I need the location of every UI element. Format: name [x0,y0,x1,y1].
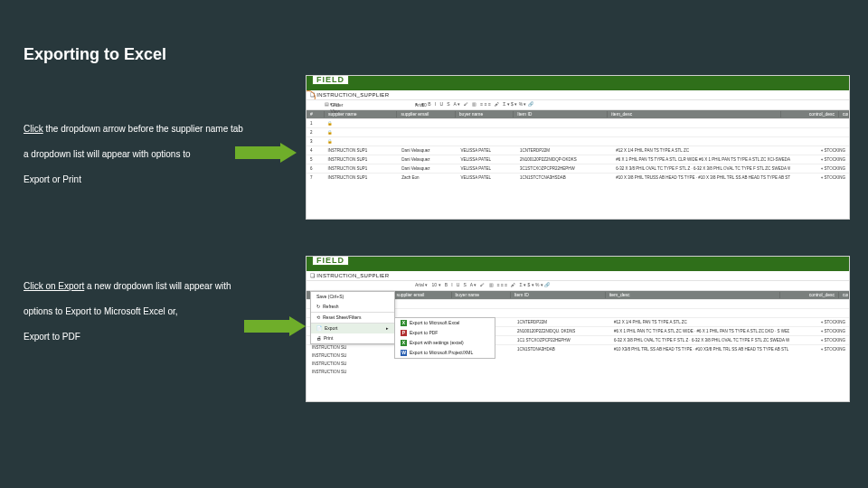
col-item-id: Item ID [514,111,608,117]
table-row: 4INSTRUCTION SUP1Dani VelasquezVELISSA P… [307,145,849,155]
col-buyer: buyer name [452,292,511,298]
shot1-banner: FIELD [307,76,849,90]
table-row: 5INSTRUCTION SUP1Dani VelasquezVELISSA P… [307,155,849,164]
table-row: 3🔒 [307,136,849,145]
col-control-number: control_numer [839,292,849,298]
table-row: 6INSTRUCTION SUP1Dani VelasquezVELISSA P… [307,164,849,173]
step2-click: Click on Export [24,281,84,291]
step1-click: Click [24,124,43,134]
step2-line2: options to Export to Microsoft Excel or, [24,305,178,318]
logo: FIELD [312,256,349,266]
grid-dropdown-menu[interactable]: Save (Ctrl+S) ↻ Refresh ⟲ Reset Sheet/Fi… [310,291,395,344]
col-buyer: buyer name [456,111,514,117]
screenshot-2: FIELD ❏ INSTRUCTION_SUPPLIER Arial ▾ 10 … [306,256,850,402]
menu-export[interactable]: 📄 Export ▸ [311,323,394,333]
menu-print[interactable]: 🖨 Print [311,333,394,343]
shot2-ribbon-tab[interactable]: ❏ INSTRUCTION_SUPPLIER [310,273,389,279]
step2-line3: Export to PDF [24,331,80,343]
step1-line1-rest: the dropdown arrow before the supplier n… [43,124,243,134]
page-title: Exporting to Excel [24,45,166,64]
col-item-desc: item_desc [606,292,780,298]
table-row: 2🔒 [307,127,849,136]
shot1-column-headers[interactable]: # supplier name supplier email buyer nam… [307,110,849,118]
col-control-number: control_number [839,111,849,117]
col-supplier-email: supplier email [393,292,452,298]
submenu-export-word[interactable]: WExport to Microsoft Project/XML [395,348,495,358]
col-item-desc: item_desc [608,111,780,117]
submenu-export-excel[interactable]: XExport to Microsoft Excel [395,318,495,328]
col-item-id: Item ID [511,292,606,298]
arrow-step1 [235,143,297,163]
table-row: PCL1CN1STDNA3HDAB#10 X3/8 PHIL TRL SS AB… [307,344,849,353]
table-row: 1🔒 [307,118,849,127]
table-row: 7INSTRUCTION SUP1Zach EonVELISSA PATEL1C… [307,173,849,182]
col-supplier-email: supplier email [397,111,455,117]
shot2-toolbar: Arial ▾ 10 ▾ B I U S A ▾ 🖉 ▥ ≡ ≡ ≡ 🖋 Σ ▾… [307,280,849,291]
shot2-leftcol: INSTRUCTION SU INSTRUCTION SU INSTRUCTIO… [312,343,346,376]
logo: FIELD [312,75,349,85]
step2-line1-rest: a new dropdown list will appear with [84,281,231,291]
menu-reset[interactable]: ⟲ Reset Sheet/Filters [311,312,394,323]
step2-line1: Click on Export a new dropdown list will… [24,280,231,293]
shot1-ribbon-tab[interactable]: ❏ INSTRUCTION_SUPPLIER [310,92,389,99]
menu-refresh[interactable]: ↻ Refresh [311,302,394,312]
shot1-toolbar: ▤ Grid View ▾ Filter Arial ▾ 10 ▾ B I U … [307,99,849,110]
menu-save[interactable]: Save (Ctrl+S) [311,292,394,302]
shot2-banner: FIELD [307,257,849,271]
col-control-desc: control_desc [781,111,839,117]
submenu-export-settings[interactable]: XExport with settings (excel) [395,338,495,348]
screenshot-1: FIELD ❏ INSTRUCTION_SUPPLIER ▤ Grid View… [306,75,850,220]
export-submenu[interactable]: XExport to Microsoft Excel PExport to PD… [394,317,495,359]
col-num: # [307,111,325,117]
arrow-step2 [244,316,306,336]
step1-line1: Click the dropdown arrow before the supp… [24,123,243,136]
submenu-export-pdf[interactable]: PExport to PDF [395,328,495,338]
step1-line2: a dropdown list will appear with options… [24,148,191,161]
col-control-desc: control_desc [780,292,839,298]
step1-line3: Export or Print [24,174,81,186]
